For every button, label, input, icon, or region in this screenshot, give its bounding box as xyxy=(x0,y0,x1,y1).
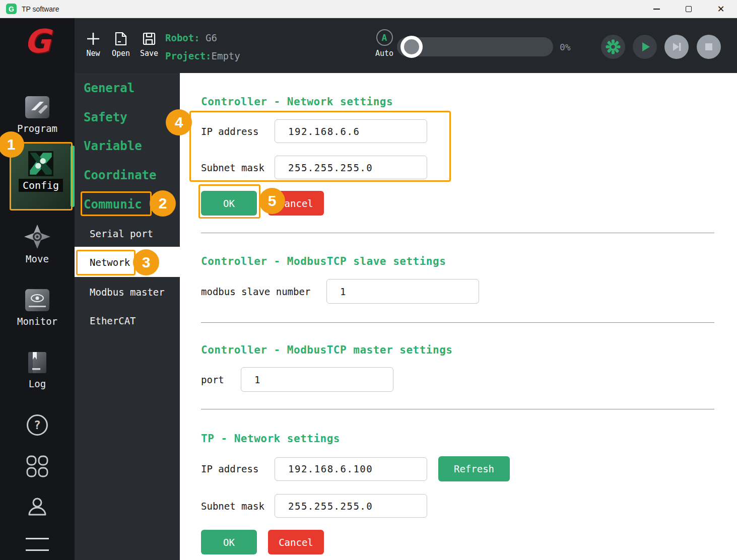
sidebar-item-monitor[interactable]: Monitor xyxy=(0,289,75,327)
project-value: Empty xyxy=(212,50,240,61)
brand-logo: G xyxy=(0,25,75,57)
maximize-button[interactable] xyxy=(673,0,705,18)
controller-network-cancel-button[interactable]: Cancel xyxy=(268,191,324,216)
button-row: OK Cancel xyxy=(201,191,737,216)
open-button[interactable]: Open xyxy=(106,31,136,58)
menu-item-communic[interactable]: Communic xyxy=(75,197,180,212)
project-info: Robot: G6 Project:Empty xyxy=(165,33,240,61)
log-icon xyxy=(26,351,49,374)
settings-button[interactable] xyxy=(601,35,625,59)
config-icon xyxy=(27,150,55,178)
save-icon xyxy=(142,31,157,46)
field-row: IP address Refresh xyxy=(201,456,737,481)
sidebar-item-apps[interactable] xyxy=(0,455,75,478)
monitor-icon xyxy=(25,289,50,312)
menu-icon-line xyxy=(26,549,49,551)
new-button[interactable]: New xyxy=(79,31,108,58)
tp-subnet-mask-label: Subnet mask xyxy=(201,501,275,512)
maximize-icon xyxy=(686,6,692,12)
tp-network-cancel-button[interactable]: Cancel xyxy=(268,530,324,554)
ip-address-label: IP address xyxy=(201,126,275,137)
config-menu: General Safety Variable Coordinate Commu… xyxy=(75,73,180,560)
project-line: Project:Empty xyxy=(165,51,240,61)
save-label: Save xyxy=(140,49,158,58)
menu-item-network[interactable]: Network xyxy=(75,247,180,277)
robot-label: Robot: xyxy=(165,32,200,43)
sidebar-item-label: Move xyxy=(26,253,49,264)
button-row: OK Cancel xyxy=(201,530,737,554)
gear-icon xyxy=(606,39,621,54)
tp-ip-input[interactable] xyxy=(275,457,427,481)
speed-slider[interactable] xyxy=(397,37,553,56)
auto-mode-label: Auto xyxy=(375,49,393,58)
modbus-slave-number-label: modbus slave number xyxy=(201,286,326,297)
sidebar-item-menu[interactable] xyxy=(0,533,75,560)
sidebar-item-program[interactable]: Program xyxy=(0,96,75,134)
open-file-icon xyxy=(113,31,128,46)
close-icon: ✕ xyxy=(717,4,724,14)
step-icon xyxy=(668,39,685,55)
title-bar: G TP software ✕ xyxy=(0,0,737,18)
new-label: New xyxy=(86,49,100,58)
controller-network-ok-button[interactable]: OK xyxy=(201,191,257,216)
sidebar-item-config[interactable]: Config xyxy=(11,144,71,209)
menu-icon xyxy=(26,538,49,539)
stop-button[interactable] xyxy=(697,35,721,59)
port-label: port xyxy=(201,374,241,385)
auto-mode-badge: A xyxy=(376,29,393,46)
sidebar-item-label: Log xyxy=(29,378,46,389)
user-icon xyxy=(26,495,49,518)
run-button[interactable] xyxy=(633,35,657,59)
main-content: Controller - Network settings IP address… xyxy=(180,73,737,560)
modbus-slave-number-input[interactable] xyxy=(326,279,479,304)
field-row: IP address xyxy=(201,119,737,143)
controller-subnet-input[interactable] xyxy=(275,156,427,179)
minimize-button[interactable] xyxy=(640,0,673,18)
auto-mode[interactable]: A Auto xyxy=(374,29,394,58)
refresh-button[interactable]: Refresh xyxy=(438,456,510,481)
play-icon xyxy=(637,39,653,55)
controller-ip-input[interactable] xyxy=(275,119,427,143)
stop-icon xyxy=(701,39,717,55)
move-icon xyxy=(24,224,51,249)
sidebar-item-user[interactable] xyxy=(0,495,75,518)
field-row: modbus slave number xyxy=(201,279,737,304)
menu-item-ethercat[interactable]: EtherCAT xyxy=(75,315,180,326)
sidebar-item-label: Config xyxy=(19,179,63,192)
menu-item-coordinate[interactable]: Coordinate xyxy=(75,168,180,182)
menu-item-serial-port[interactable]: Serial port xyxy=(75,228,180,239)
save-button[interactable]: Save xyxy=(135,31,164,58)
subnet-mask-label: Subnet mask xyxy=(201,162,275,173)
menu-item-safety[interactable]: Safety xyxy=(75,110,180,124)
field-row: port xyxy=(201,367,737,392)
app-logo-small: G xyxy=(6,4,17,14)
help-glyph: ? xyxy=(34,418,41,432)
speed-slider-thumb[interactable] xyxy=(400,36,423,58)
close-button[interactable]: ✕ xyxy=(705,0,737,18)
toolbar: New Open Save Robot: G6 Project:Empty A … xyxy=(75,18,737,73)
modbus-master-port-input[interactable] xyxy=(241,367,393,392)
tp-network-ok-button[interactable]: OK xyxy=(201,530,257,554)
sidebar: G Program Config xyxy=(0,18,75,560)
project-label: Project: xyxy=(165,50,212,61)
menu-item-general[interactable]: General xyxy=(75,81,180,95)
menu-item-network-label: Network xyxy=(75,247,180,268)
section-title-modbustcp-slave: Controller - ModbusTCP slave settings xyxy=(201,233,737,267)
apps-icon xyxy=(26,455,49,478)
menu-item-modbus-master[interactable]: Modbus master xyxy=(75,287,180,298)
robot-value: G6 xyxy=(206,32,217,43)
speed-percent: 0% xyxy=(560,42,571,52)
sidebar-item-label: Program xyxy=(17,123,57,134)
minimize-icon xyxy=(653,9,660,10)
sidebar-item-move[interactable]: Move xyxy=(0,224,75,264)
new-file-icon xyxy=(86,31,101,46)
tp-subnet-input[interactable] xyxy=(275,494,427,518)
section-title-modbustcp-master: Controller - ModbusTCP master settings xyxy=(201,323,737,356)
window-title: TP software xyxy=(22,5,59,13)
sidebar-item-log[interactable]: Log xyxy=(0,351,75,389)
sidebar-item-help[interactable]: ? xyxy=(0,414,75,436)
menu-item-variable[interactable]: Variable xyxy=(75,139,180,153)
window-controls: ✕ xyxy=(640,0,737,18)
brand-g-icon: G xyxy=(24,25,51,57)
step-button[interactable] xyxy=(664,35,689,59)
